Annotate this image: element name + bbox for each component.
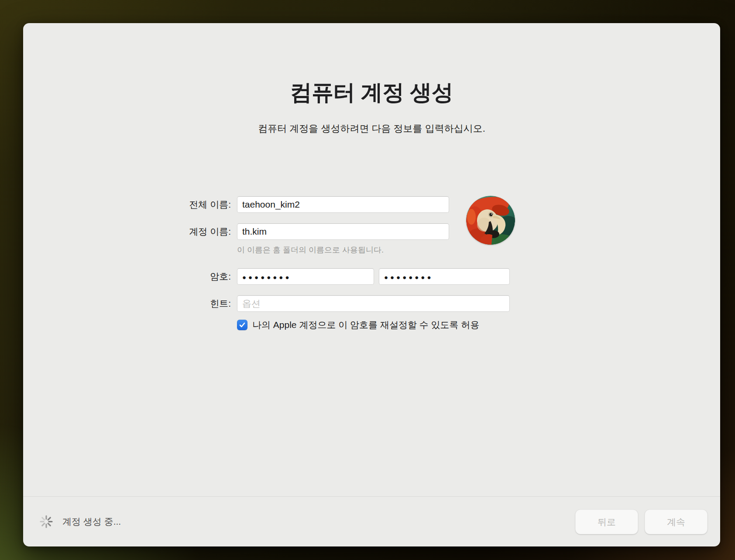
continue-button[interactable]: 계속 [645, 509, 708, 534]
page-title: 컴퓨터 계정 생성 [23, 79, 720, 106]
full-name-label: 전체 이름: [110, 196, 231, 213]
account-name-helper: 이 이름은 홈 폴더의 이름으로 사용됩니다. [237, 245, 384, 255]
allow-reset-row: 나의 Apple 계정으로 이 암호를 재설정할 수 있도록 허용 [237, 319, 479, 331]
checkmark-icon [238, 321, 246, 329]
progress-spinner-icon [40, 515, 53, 528]
page-subtitle: 컴퓨터 계정을 생성하려면 다음 정보를 입력하십시오. [23, 122, 720, 136]
account-name-input[interactable] [237, 223, 449, 240]
create-account-dialog: 컴퓨터 계정 생성 컴퓨터 계정을 생성하려면 다음 정보를 입력하십시오. 전… [23, 23, 720, 546]
allow-reset-checkbox[interactable] [237, 320, 247, 330]
account-name-label: 계정 이름: [110, 223, 231, 240]
back-button[interactable]: 뒤로 [575, 509, 638, 534]
account-avatar[interactable] [466, 196, 515, 245]
allow-reset-label: 나의 Apple 계정으로 이 암호를 재설정할 수 있도록 허용 [252, 319, 479, 331]
hint-label: 힌트: [110, 295, 231, 312]
password-input[interactable] [237, 268, 374, 285]
password-verify-input[interactable] [379, 268, 510, 285]
status-row: 계정 생성 중... [40, 515, 121, 529]
parrot-avatar-icon [466, 196, 515, 245]
hint-input[interactable] [237, 295, 510, 312]
password-label: 암호: [110, 268, 231, 285]
status-text: 계정 생성 중... [62, 516, 121, 528]
full-name-input[interactable] [237, 196, 449, 213]
footer-separator [23, 496, 720, 497]
